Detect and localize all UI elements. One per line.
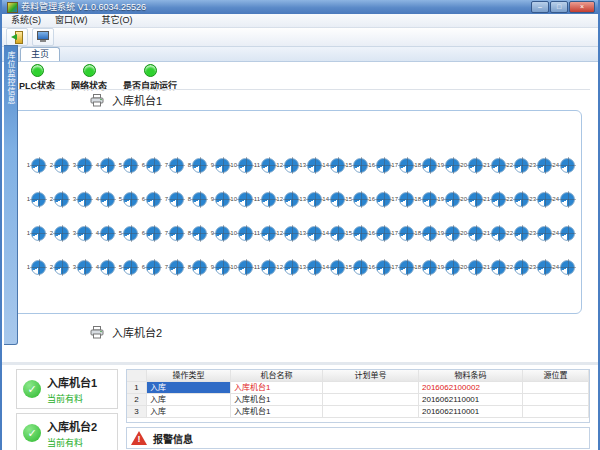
roll-slot[interactable]: 14 — [322, 189, 345, 209]
roll-slot[interactable]: 13 — [299, 189, 322, 209]
roll-slot[interactable]: 11 — [253, 189, 276, 209]
roll-slot[interactable]: 14 — [322, 257, 345, 277]
tab-home[interactable]: 主页 — [20, 47, 60, 61]
table-row[interactable]: 3入库入库机台12016062110001 — [127, 406, 589, 418]
roll-slot[interactable]: 11 — [253, 223, 276, 243]
roll-slot[interactable]: 24 — [552, 155, 575, 175]
roll-slot[interactable]: 12 — [276, 257, 299, 277]
roll-slot[interactable]: 7 — [161, 257, 184, 277]
roll-slot[interactable]: 10 — [230, 223, 253, 243]
minimize-button[interactable]: – — [531, 1, 549, 13]
roll-slot[interactable]: 15 — [345, 223, 368, 243]
roll-slot[interactable]: 16 — [368, 189, 391, 209]
roll-slot[interactable]: 7 — [161, 189, 184, 209]
roll-slot[interactable]: 4 — [92, 189, 115, 209]
roll-slot[interactable]: 1 — [23, 257, 46, 277]
roll-slot[interactable]: 1 — [23, 155, 46, 175]
roll-slot[interactable]: 20 — [460, 189, 483, 209]
roll-slot[interactable]: 19 — [437, 223, 460, 243]
side-panel-tab[interactable]: 库位监控信息 — [4, 45, 18, 345]
roll-slot[interactable]: 9 — [207, 189, 230, 209]
roll-slot[interactable]: 12 — [276, 155, 299, 175]
roll-slot[interactable]: 10 — [230, 189, 253, 209]
roll-slot[interactable]: 23 — [529, 155, 552, 175]
toolbar-monitor-button[interactable] — [32, 28, 54, 46]
roll-slot[interactable]: 20 — [460, 257, 483, 277]
roll-slot[interactable]: 18 — [414, 155, 437, 175]
roll-slot[interactable]: 21 — [483, 155, 506, 175]
machine-status-card[interactable]: ✓入库机台1当前有料 — [16, 369, 118, 409]
roll-slot[interactable]: 17 — [391, 155, 414, 175]
menu-item[interactable]: 系统(S) — [4, 14, 48, 27]
roll-slot[interactable]: 6 — [138, 257, 161, 277]
roll-slot[interactable]: 5 — [115, 223, 138, 243]
roll-slot[interactable]: 8 — [184, 223, 207, 243]
roll-slot[interactable]: 3 — [69, 155, 92, 175]
roll-slot[interactable]: 2 — [46, 223, 69, 243]
roll-slot[interactable]: 18 — [414, 257, 437, 277]
roll-slot[interactable]: 20 — [460, 155, 483, 175]
roll-slot[interactable]: 15 — [345, 257, 368, 277]
roll-slot[interactable]: 6 — [138, 155, 161, 175]
roll-slot[interactable]: 6 — [138, 189, 161, 209]
menu-item[interactable]: 窗口(W) — [48, 14, 95, 27]
roll-slot[interactable]: 21 — [483, 257, 506, 277]
printer-icon[interactable] — [90, 326, 104, 339]
roll-slot[interactable]: 10 — [230, 155, 253, 175]
roll-slot[interactable]: 8 — [184, 155, 207, 175]
roll-slot[interactable]: 11 — [253, 155, 276, 175]
roll-slot[interactable]: 24 — [552, 189, 575, 209]
roll-slot[interactable]: 20 — [460, 223, 483, 243]
roll-slot[interactable]: 4 — [92, 155, 115, 175]
roll-slot[interactable]: 9 — [207, 155, 230, 175]
roll-slot[interactable]: 4 — [92, 223, 115, 243]
roll-slot[interactable]: 19 — [437, 189, 460, 209]
roll-slot[interactable]: 14 — [322, 155, 345, 175]
table-row[interactable]: 2入库入库机台12016062110001 — [127, 394, 589, 406]
roll-slot[interactable]: 22 — [506, 189, 529, 209]
roll-slot[interactable]: 21 — [483, 189, 506, 209]
roll-slot[interactable]: 21 — [483, 223, 506, 243]
roll-slot[interactable]: 13 — [299, 223, 322, 243]
roll-slot[interactable]: 6 — [138, 223, 161, 243]
roll-slot[interactable]: 22 — [506, 223, 529, 243]
roll-slot[interactable]: 13 — [299, 257, 322, 277]
roll-slot[interactable]: 23 — [529, 189, 552, 209]
roll-slot[interactable]: 16 — [368, 155, 391, 175]
roll-slot[interactable]: 19 — [437, 257, 460, 277]
roll-slot[interactable]: 16 — [368, 223, 391, 243]
roll-slot[interactable]: 15 — [345, 189, 368, 209]
roll-slot[interactable]: 13 — [299, 155, 322, 175]
roll-slot[interactable]: 8 — [184, 257, 207, 277]
machine-status-card[interactable]: ✓入库机台2当前有料 — [16, 413, 118, 450]
roll-slot[interactable]: 3 — [69, 257, 92, 277]
roll-slot[interactable]: 12 — [276, 189, 299, 209]
roll-slot[interactable]: 22 — [506, 257, 529, 277]
roll-slot[interactable]: 5 — [115, 257, 138, 277]
roll-slot[interactable]: 2 — [46, 257, 69, 277]
roll-slot[interactable]: 11 — [253, 257, 276, 277]
roll-slot[interactable]: 17 — [391, 257, 414, 277]
roll-slot[interactable]: 19 — [437, 155, 460, 175]
roll-slot[interactable]: 18 — [414, 223, 437, 243]
roll-slot[interactable]: 24 — [552, 223, 575, 243]
roll-slot[interactable]: 3 — [69, 189, 92, 209]
close-button[interactable]: × — [569, 1, 595, 13]
roll-slot[interactable]: 16 — [368, 257, 391, 277]
roll-slot[interactable]: 2 — [46, 155, 69, 175]
roll-slot[interactable]: 22 — [506, 155, 529, 175]
roll-slot[interactable]: 9 — [207, 257, 230, 277]
roll-slot[interactable]: 18 — [414, 189, 437, 209]
roll-slot[interactable]: 1 — [23, 223, 46, 243]
roll-slot[interactable]: 5 — [115, 155, 138, 175]
roll-slot[interactable]: 12 — [276, 223, 299, 243]
toolbar-exit-button[interactable] — [6, 28, 28, 46]
roll-slot[interactable]: 1 — [23, 189, 46, 209]
roll-slot[interactable]: 15 — [345, 155, 368, 175]
roll-slot[interactable]: 2 — [46, 189, 69, 209]
roll-slot[interactable]: 7 — [161, 155, 184, 175]
roll-slot[interactable]: 9 — [207, 223, 230, 243]
maximize-button[interactable]: □ — [550, 1, 568, 13]
roll-slot[interactable]: 7 — [161, 223, 184, 243]
roll-slot[interactable]: 8 — [184, 189, 207, 209]
